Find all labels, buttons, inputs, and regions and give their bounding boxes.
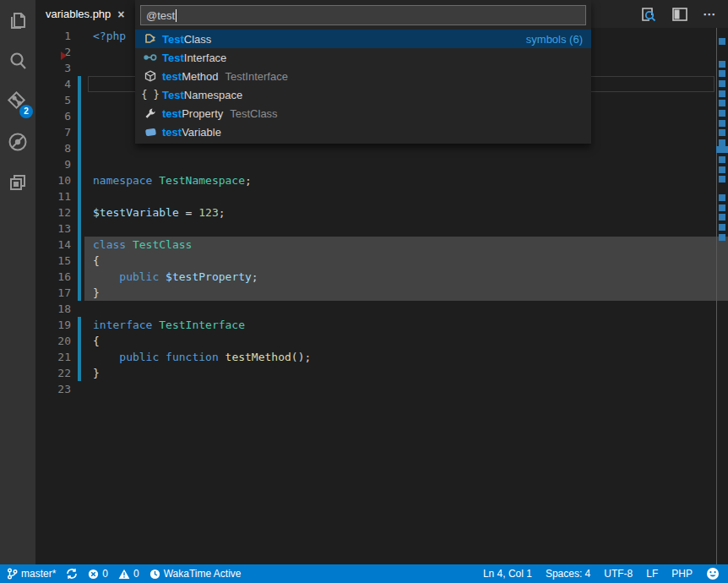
code-line-22[interactable]: 22} (35, 365, 716, 381)
status-item-cursor-position[interactable]: Ln 4, Col 1 (483, 564, 532, 583)
overview-ruler-mark (716, 146, 728, 153)
line-number: 23 (35, 381, 71, 397)
code-line-17[interactable]: 17} (35, 285, 716, 301)
overview-ruler-mark (719, 80, 725, 87)
status-item-indentation[interactable]: Spaces: 4 (546, 564, 590, 583)
preview-icon[interactable] (640, 7, 657, 22)
status-item-label: PHP (671, 568, 693, 580)
results-count-badge: symbols (6) (526, 33, 583, 46)
activity-item-extensions[interactable] (0, 162, 35, 203)
activity-item-explorer[interactable] (0, 0, 35, 41)
overview-ruler-mark (719, 90, 725, 97)
code-line-23[interactable]: 23 (35, 381, 716, 397)
code-line-18[interactable]: 18 (35, 301, 716, 317)
status-item-wakatime[interactable]: WakaTime Active (149, 564, 242, 583)
status-item-sync[interactable] (66, 564, 78, 583)
code-line-11[interactable]: 11 (35, 188, 716, 204)
overview-ruler-mark (719, 224, 725, 231)
class-icon (144, 32, 157, 46)
vscode-window: 2 variables.php × ⋯ 1<?php2345678910name… (0, 0, 728, 583)
overview-ruler[interactable] (716, 28, 728, 564)
split-icon[interactable] (672, 8, 687, 21)
activity-item-debug[interactable] (0, 122, 35, 162)
code-line-15[interactable]: 15{ (35, 253, 716, 269)
code-line-9[interactable]: 9 (35, 156, 716, 172)
quick-open-item-testmethod[interactable]: testMethodTestInterface (135, 67, 591, 85)
status-item-errors[interactable]: 0 (88, 564, 108, 583)
status-item-encoding[interactable]: UTF-8 (604, 564, 633, 583)
overview-ruler-mark (719, 214, 725, 221)
activity-bar: 2 (0, 0, 35, 564)
editor-actions: ⋯ (640, 0, 728, 28)
ellipsis-icon[interactable]: ⋯ (703, 7, 716, 22)
activity-item-source-control[interactable]: 2 (0, 81, 35, 122)
line-number: 14 (35, 237, 71, 253)
quick-open-item-testnamespace[interactable]: { }TestNamespace (135, 85, 591, 104)
overview-ruler-mark (719, 129, 725, 136)
overview-ruler-mark (719, 166, 725, 173)
status-item-git-branch[interactable]: master* (7, 564, 56, 583)
code-text: $testVariable = 123; (93, 204, 225, 221)
quick-open-item-testproperty[interactable]: testPropertyTestClass (135, 104, 591, 123)
code-text: { (93, 333, 100, 349)
symbol-label: testMethod (162, 70, 219, 83)
code-line-20[interactable]: 20{ (35, 333, 716, 349)
branch-icon (7, 568, 18, 580)
code-line-19[interactable]: 19interface TestInterface (35, 317, 716, 333)
line-number: 5 (35, 92, 71, 108)
overview-ruler-mark (719, 156, 725, 163)
overview-ruler-mark (719, 176, 725, 183)
close-icon[interactable]: × (117, 8, 124, 20)
line-number: 17 (35, 285, 71, 301)
interface-icon (144, 51, 157, 64)
line-number: 12 (35, 204, 71, 221)
activity-item-search[interactable] (0, 41, 35, 81)
code-line-12[interactable]: 12$testVariable = 123; (35, 204, 716, 221)
overview-ruler-mark (719, 110, 725, 117)
status-item-eol[interactable]: LF (646, 564, 658, 583)
quick-open-item-testinterface[interactable]: TestInterface (135, 48, 591, 67)
quick-open-widget: @test TestClasssymbols (6)TestInterfacet… (135, 0, 591, 144)
code-text: { (93, 253, 100, 269)
line-number: 7 (35, 124, 71, 140)
tab-variables-php[interactable]: variables.php × (35, 0, 135, 28)
code-line-14[interactable]: 14class TestClass (35, 237, 716, 253)
code-text: public $testProperty; (93, 269, 258, 285)
sync-icon (66, 568, 78, 580)
status-item-label: 0 (133, 568, 139, 580)
line-number: 20 (35, 333, 71, 349)
line-number: 18 (35, 301, 71, 317)
quick-open-item-testvariable[interactable]: testVariable (135, 123, 591, 141)
overview-ruler-mark (719, 234, 725, 241)
overview-ruler-mark (719, 38, 725, 45)
scm-badge: 2 (19, 105, 33, 118)
status-item-language-mode[interactable]: PHP (671, 564, 693, 583)
line-number: 15 (35, 253, 71, 269)
overview-ruler-mark (719, 120, 725, 127)
symbol-label: TestNamespace (162, 89, 242, 101)
symbol-label: TestClass (162, 33, 211, 46)
code-line-10[interactable]: 10namespace TestNamespace; (35, 172, 716, 188)
code-text: namespace TestNamespace; (93, 172, 252, 188)
line-number: 16 (35, 269, 71, 285)
code-line-21[interactable]: 21 public function testMethod(); (35, 349, 716, 365)
code-line-13[interactable]: 13 (35, 221, 716, 237)
quick-open-input[interactable]: @test (140, 5, 586, 25)
code-line-16[interactable]: 16 public $testProperty; (35, 269, 716, 285)
status-bar: master*00WakaTime Active Ln 4, Col 1Spac… (0, 564, 728, 583)
line-number: 11 (35, 188, 71, 204)
warning-icon (118, 569, 130, 580)
error-icon (88, 569, 99, 580)
code-text: <?php (93, 28, 126, 44)
line-number: 8 (35, 140, 71, 156)
status-item-warnings[interactable]: 0 (118, 564, 139, 583)
status-item-feedback[interactable] (706, 564, 720, 583)
code-text: } (93, 365, 100, 381)
line-number: 6 (35, 108, 71, 124)
code-text: interface TestInterface (93, 317, 245, 333)
line-number: 13 (35, 221, 71, 237)
status-item-label: UTF-8 (604, 568, 633, 580)
overview-ruler-mark (719, 100, 725, 106)
quick-open-item-testclass[interactable]: TestClasssymbols (6) (135, 30, 591, 48)
overview-ruler-mark (719, 70, 725, 77)
